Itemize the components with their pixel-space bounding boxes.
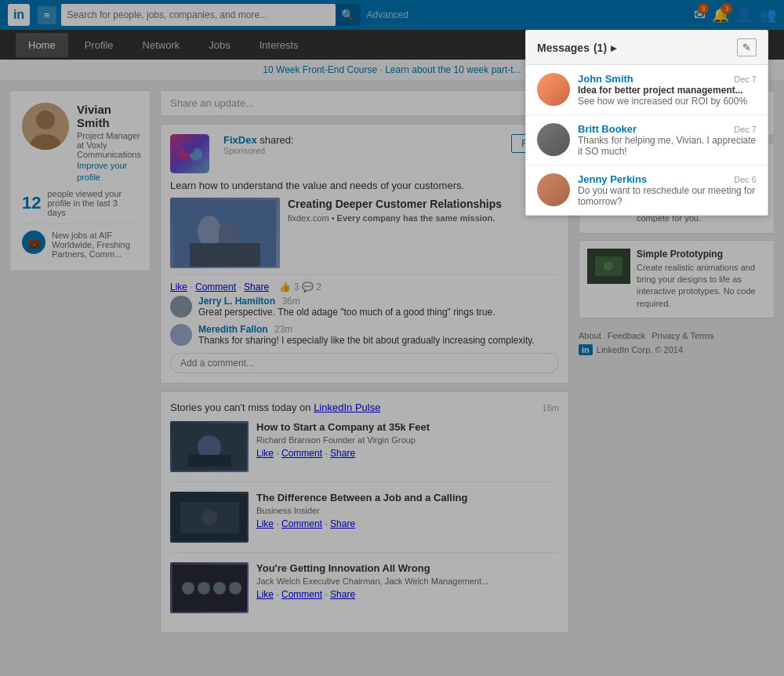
message-subject: Idea for better project management... <box>578 85 757 96</box>
message-date: Dec 7 <box>734 75 757 84</box>
avatar <box>537 123 570 156</box>
message-date: Dec 6 <box>734 175 757 184</box>
message-top: John Smith Dec 7 <box>578 73 757 85</box>
compose-message-button[interactable]: ✎ <box>737 38 757 56</box>
message-preview: Do you want to reschedule our meeting fo… <box>578 185 757 207</box>
message-content: Jenny Perkins Dec 6 Do you want to resch… <box>578 173 757 207</box>
message-sender-name: Britt Booker <box>578 123 637 135</box>
message-item[interactable]: John Smith Dec 7 Idea for better project… <box>526 65 768 115</box>
messages-header: Messages (1) ▸ ✎ <box>526 31 768 65</box>
message-preview: See how we increased our ROI by 600% <box>578 96 757 107</box>
message-date: Dec 7 <box>734 125 757 134</box>
message-content: John Smith Dec 7 Idea for better project… <box>578 73 757 107</box>
message-item[interactable]: Jenny Perkins Dec 6 Do you want to resch… <box>526 165 768 215</box>
message-sender-name: Jenny Perkins <box>578 173 647 185</box>
message-sender-name: John Smith <box>578 73 633 85</box>
message-preview: Thanks for helping me, Vivian. I appreci… <box>578 135 757 157</box>
message-item[interactable]: Britt Booker Dec 7 Thanks for helping me… <box>526 115 768 165</box>
message-content: Britt Booker Dec 7 Thanks for helping me… <box>578 123 757 157</box>
messages-chevron-icon: ▸ <box>611 42 616 54</box>
message-top: Britt Booker Dec 7 <box>578 123 757 135</box>
message-top: Jenny Perkins Dec 6 <box>578 173 757 185</box>
avatar <box>537 173 570 206</box>
messages-header-title: Messages (1) ▸ <box>537 42 616 54</box>
messages-dropdown: Messages (1) ▸ ✎ John Smith Dec 7 Idea f… <box>525 30 768 216</box>
avatar <box>537 73 570 106</box>
